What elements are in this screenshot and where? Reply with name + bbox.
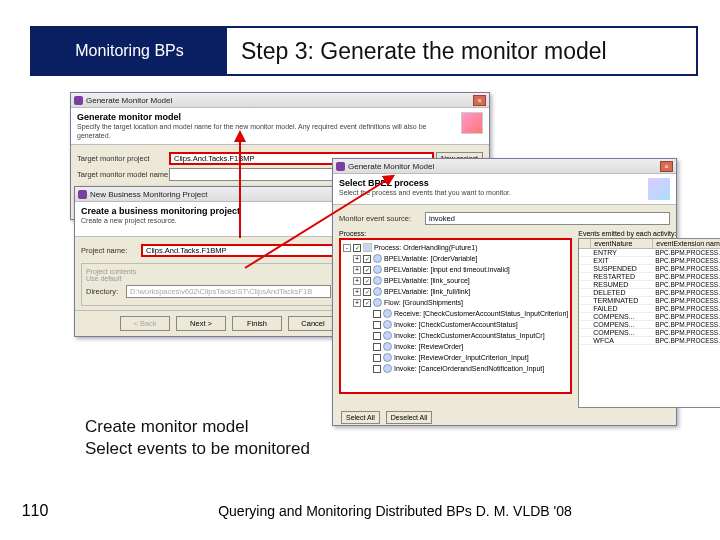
use-default-radio[interactable]: Use default [86, 275, 121, 282]
table-row[interactable]: DELETEDBPC.BPM.PROCESS.STATUS [579, 289, 720, 297]
titlebar: Generate Monitor Model × [71, 93, 489, 108]
dialog-title: New Business Monitoring Project [90, 190, 367, 199]
table-row[interactable]: COMPENS...BPC.BPM.PROCESS.STATUS [579, 329, 720, 337]
tree-item[interactable]: +BPELVariable: [link_full/link] [343, 286, 568, 297]
heading: Select BPEL process [339, 178, 511, 188]
back-button[interactable]: < Back [120, 316, 170, 331]
description: Specify the target location and model na… [77, 123, 426, 139]
tree-item[interactable]: +Flow: [GroundShipments] [343, 297, 568, 308]
caption-line-2: Select events to be monitored [85, 438, 310, 460]
slide-title: Step 3: Generate the monitor model [227, 28, 696, 74]
app-icon [78, 190, 87, 199]
tree-item[interactable]: +BPELVariable: [input end timeout.invali… [343, 264, 568, 275]
table-row[interactable]: COMPENS...BPC.BPM.PROCESS.STATUS [579, 313, 720, 321]
tree-item[interactable]: Invoke: [ReviewOrder_InputCriterion_Inpu… [343, 352, 568, 363]
select-all-button[interactable]: Select All [341, 411, 380, 424]
col-eventnature: eventNature [591, 239, 653, 248]
heading: Create a business monitoring project [81, 206, 240, 216]
process-label: Process: [339, 230, 572, 237]
close-icon[interactable]: × [473, 95, 486, 106]
table-row[interactable]: COMPENS...BPC.BPM.PROCESS.STATUS [579, 321, 720, 329]
header-tag: Monitoring BPs [32, 28, 227, 74]
event-source-field[interactable]: invoked [425, 212, 670, 225]
dialog-header: Select BPEL process Select the process a… [333, 174, 676, 205]
table-row[interactable]: TERMINATEDBPC.BPM.PROCESS.STATUS [579, 297, 720, 305]
slide-header: Monitoring BPs Step 3: Generate the moni… [30, 26, 698, 76]
deselect-all-button[interactable]: Deselect All [386, 411, 433, 424]
process-tree[interactable]: -Process: OrderHandling(Future1)+BPELVar… [339, 238, 572, 394]
caption: Create monitor model Select events to be… [85, 416, 310, 460]
directory-label: Directory: [86, 287, 126, 296]
cancel-button[interactable]: Cancel [288, 316, 338, 331]
table-row[interactable]: FAILEDBPC.BPM.PROCESS.FAILURE [579, 305, 720, 313]
description: Create a new project resource. [81, 217, 177, 224]
heading: Generate monitor model [77, 112, 461, 122]
app-icon [336, 162, 345, 171]
tree-item[interactable]: Receive: [CheckCustomerAccountStatus_Inp… [343, 308, 568, 319]
citation: Querying and Monitoring Distributed BPs … [70, 503, 720, 519]
dialog-header: Generate monitor model Specify the targe… [71, 108, 489, 145]
screenshot-area: Generate Monitor Model × Generate monito… [70, 92, 680, 420]
tree-item[interactable]: +BPELVariable: [link_source] [343, 275, 568, 286]
model-icon [461, 112, 483, 134]
directory-field[interactable]: D:\workspaces\v602\ClipsTacks\ST\ClipsAn… [126, 285, 331, 298]
tree-item[interactable]: +BPELVariable: [OrderVariable] [343, 253, 568, 264]
model-name-label: Target monitor model name [77, 170, 169, 179]
events-table[interactable]: eventNature eventExtension name ENTRYBPC… [578, 238, 720, 408]
table-row[interactable]: RESTARTEDBPC.BPM.PROCESS.STATUS [579, 273, 720, 281]
table-row[interactable]: SUSPENDEDBPC.BPM.PROCESS.STATUS [579, 265, 720, 273]
dialog-title: Generate Monitor Model [86, 96, 473, 105]
col-extension: eventExtension name [653, 239, 720, 248]
tree-item[interactable]: -Process: OrderHandling(Future1) [343, 242, 568, 253]
event-source-label: Monitor event source: [339, 214, 425, 223]
footer: 110 Querying and Monitoring Distributed … [0, 502, 720, 520]
close-icon[interactable]: × [660, 161, 673, 172]
table-row[interactable]: ENTRYBPC.BPM.PROCESS.START [579, 249, 720, 257]
tree-item[interactable]: Invoke: [ReviewOrder] [343, 341, 568, 352]
target-project-label: Target monitor project [77, 154, 169, 163]
events-label: Events emitted by each activity: [578, 230, 720, 237]
caption-line-1: Create monitor model [85, 416, 310, 438]
wizard-icon [648, 178, 670, 200]
next-button[interactable]: Next > [176, 316, 226, 331]
select-process-dialog: Generate Monitor Model × Select BPEL pro… [332, 158, 677, 426]
project-name-label: Project name: [81, 246, 141, 255]
tree-item[interactable]: Invoke: [CancelOrderandSendNotification_… [343, 363, 568, 374]
dialog-title: Generate Monitor Model [348, 162, 660, 171]
group-label: Project contents [86, 268, 136, 275]
app-icon [74, 96, 83, 105]
table-row[interactable]: RESUMEDBPC.BPM.PROCESS.STATUS [579, 281, 720, 289]
table-row[interactable]: WFCABPC.BPM.PROCESS.WISTATUS [579, 337, 720, 345]
description: Select the process and events that you w… [339, 189, 511, 196]
finish-button[interactable]: Finish [232, 316, 282, 331]
titlebar: Generate Monitor Model × [333, 159, 676, 174]
page-number: 110 [0, 502, 70, 520]
tree-item[interactable]: Invoke: [CheckCustomerAccountStatus_Inpu… [343, 330, 568, 341]
table-row[interactable]: EXITBPC.BPM.PROCESS.START [579, 257, 720, 265]
tree-item[interactable]: Invoke: [CheckCustomerAccountStatus] [343, 319, 568, 330]
